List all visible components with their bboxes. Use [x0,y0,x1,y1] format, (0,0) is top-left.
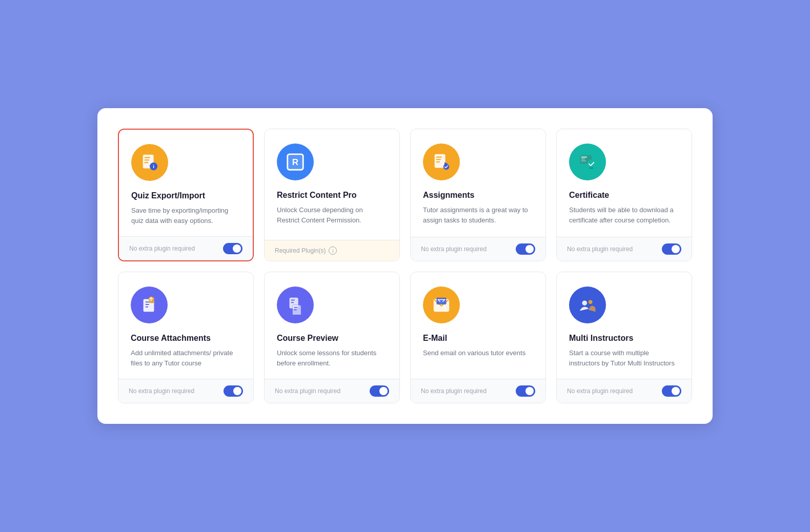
svg-rect-17 [581,160,586,161]
footer-text-certificate: No extra plugin required [567,245,633,253]
card-desc-course-attachments: Add unlimited attachments/ private files… [131,348,241,369]
toggle-assignments[interactable] [516,243,535,255]
card-body-certificate: Certificate Students will be able to dow… [557,129,692,237]
card-multi-instructors[interactable]: Multi Instructors Start a course with mu… [556,272,692,403]
svg-point-18 [587,159,596,168]
svg-rect-29 [291,300,295,301]
info-icon-restrict-content[interactable]: i [329,247,337,255]
toggle-certificate[interactable] [662,243,681,255]
card-icon-course-preview [277,287,314,323]
svg-rect-32 [294,307,298,308]
main-container: i Quiz Export/Import Save time by export… [97,108,713,424]
svg-point-37 [582,300,588,305]
card-icon-certificate [569,144,606,180]
card-title-certificate: Certificate [569,191,679,200]
card-icon-quiz-export: i [131,144,168,181]
card-body-course-preview: Course Preview Unlock some lessons for s… [265,272,399,379]
svg-rect-12 [436,161,440,162]
toggle-multi-instructors[interactable] [662,385,681,397]
svg-rect-33 [294,310,297,311]
svg-text:R: R [292,157,298,167]
svg-rect-16 [581,158,585,159]
svg-rect-1 [145,157,150,158]
svg-point-38 [589,300,593,304]
card-body-course-attachments: 📎 Course Attachments Add unlimited attac… [118,272,253,379]
svg-rect-19 [590,167,594,169]
card-icon-restrict-content: R [277,144,314,180]
card-course-preview[interactable]: Course Preview Unlock some lessons for s… [264,272,400,403]
card-desc-assignments: Tutor assignments is a great way to assi… [423,205,533,226]
svg-rect-30 [291,302,294,303]
card-body-quiz-export: i Quiz Export/Import Save time by export… [119,130,253,236]
footer-text-email: No extra plugin required [421,387,487,395]
footer-text-assignments: No extra plugin required [421,245,487,253]
footer-text-course-attachments: No extra plugin required [129,387,194,395]
card-body-multi-instructors: Multi Instructors Start a course with mu… [557,272,692,379]
card-icon-multi-instructors [569,287,606,323]
card-desc-certificate: Students will be able to download a cert… [569,205,679,226]
card-footer-email: No extra plugin required [411,379,545,403]
svg-rect-15 [581,156,587,157]
card-body-assignments: Assignments Tutor assignments is a great… [411,129,545,237]
card-footer-course-preview: No extra plugin required [265,379,399,403]
card-desc-multi-instructors: Start a course with multiple instructors… [569,348,679,369]
footer-text-course-preview: No extra plugin required [275,387,340,395]
card-title-course-attachments: Course Attachments [131,334,241,343]
svg-text:i: i [153,163,154,169]
svg-rect-23 [145,306,148,308]
card-desc-quiz-export: Save time by exporting/importing quiz da… [131,206,240,226]
card-desc-course-preview: Unlock some lessons for students before … [277,348,387,369]
svg-rect-2 [145,159,150,160]
card-desc-email: Send email on various tutor events [423,348,533,358]
toggle-quiz-export[interactable] [223,243,242,254]
svg-rect-11 [436,159,441,160]
card-footer-quiz-export: No extra plugin required [119,236,253,260]
card-desc-restrict-content: Unlock Course depending on Restrict Cont… [277,205,387,226]
card-footer-assignments: No extra plugin required [411,237,545,261]
card-title-restrict-content: Restrict Content Pro [277,191,387,200]
card-grid: i Quiz Export/Import Save time by export… [118,129,692,404]
card-course-attachments[interactable]: 📎 Course Attachments Add unlimited attac… [118,272,254,403]
card-restrict-content[interactable]: R Restrict Content Pro Unlock Course dep… [264,129,400,261]
footer-text-quiz-export: No extra plugin required [129,245,195,252]
toggle-email[interactable] [516,385,535,397]
card-body-email: E-Mail Send email on various tutor event… [411,272,545,379]
card-title-email: E-Mail [423,334,533,343]
toggle-course-attachments[interactable] [224,385,243,397]
card-icon-email [423,287,460,323]
svg-rect-10 [436,156,442,157]
svg-rect-22 [145,304,149,305]
card-title-multi-instructors: Multi Instructors [569,334,679,343]
svg-rect-34 [437,298,447,304]
card-footer-multi-instructors: No extra plugin required [557,379,692,403]
svg-rect-3 [145,162,149,163]
footer-text-multi-instructors: No extra plugin required [567,387,633,395]
card-email[interactable]: E-Mail Send email on various tutor event… [410,272,546,403]
card-footer-course-attachments: No extra plugin required [118,379,253,403]
card-title-course-preview: Course Preview [277,334,387,343]
card-footer-restrict-content: Required Plugin(s) i [265,240,399,261]
card-icon-assignments [423,144,460,180]
card-title-quiz-export: Quiz Export/Import [131,191,240,200]
card-body-restrict-content: R Restrict Content Pro Unlock Course dep… [265,129,399,240]
card-footer-certificate: No extra plugin required [557,237,692,261]
required-plugin-restrict-content: Required Plugin(s) i [275,247,337,255]
card-quiz-export[interactable]: i Quiz Export/Import Save time by export… [118,129,254,261]
card-certificate[interactable]: Certificate Students will be able to dow… [556,129,692,261]
toggle-course-preview[interactable] [370,385,389,397]
card-icon-course-attachments: 📎 [131,287,168,323]
card-title-assignments: Assignments [423,191,533,200]
card-assignments[interactable]: Assignments Tutor assignments is a great… [410,129,546,261]
